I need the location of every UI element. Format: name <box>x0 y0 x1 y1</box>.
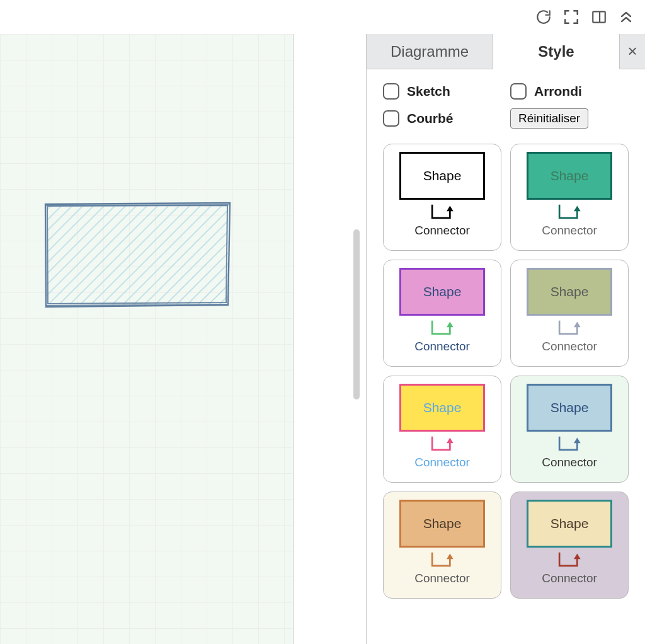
style-swatch-7[interactable]: ShapeConnector <box>510 492 629 599</box>
checkbox-arrondi-label: Arrondi <box>534 84 582 99</box>
toggle-panel-icon[interactable] <box>591 9 607 25</box>
swatch-connector: Connector <box>542 551 597 585</box>
checkbox-sketch-label: Sketch <box>407 84 450 99</box>
swatch-connector-label: Connector <box>414 224 470 238</box>
swatch-connector-label: Connector <box>542 340 597 354</box>
swatch-connector-label: Connector <box>542 456 597 469</box>
fullscreen-icon[interactable] <box>563 9 579 25</box>
swatch-shape: Shape <box>527 500 612 548</box>
swatch-connector: Connector <box>414 204 470 238</box>
format-panel: Diagramme Style × Sketch Arrondi Courbé <box>366 34 645 644</box>
swatch-connector: Connector <box>542 204 597 238</box>
swatch-connector-label: Connector <box>414 340 470 354</box>
refresh-icon[interactable] <box>535 9 552 25</box>
swatch-shape: Shape <box>527 268 612 316</box>
swatch-connector-label: Connector <box>542 572 597 585</box>
swatch-connector-label: Connector <box>414 456 470 469</box>
style-swatch-5[interactable]: ShapeConnector <box>510 376 629 483</box>
swatch-connector: Connector <box>414 551 470 585</box>
close-panel-button[interactable]: × <box>620 34 645 69</box>
swatch-shape: Shape <box>399 384 485 432</box>
swatch-shape: Shape <box>527 152 612 200</box>
style-swatch-3[interactable]: ShapeConnector <box>510 260 629 367</box>
canvas-grid <box>0 34 293 644</box>
swatch-shape: Shape <box>527 384 612 432</box>
style-swatch-0[interactable]: ShapeConnector <box>383 144 501 251</box>
checkbox-icon <box>510 83 527 100</box>
tab-diagramme[interactable]: Diagramme <box>367 34 493 69</box>
swatch-connector-label: Connector <box>542 224 597 238</box>
panel-resize-handle[interactable] <box>294 34 366 644</box>
swatch-connector: Connector <box>542 435 597 469</box>
style-swatch-2[interactable]: ShapeConnector <box>383 260 501 367</box>
swatch-connector-label: Connector <box>414 572 470 585</box>
top-toolbar <box>0 0 645 34</box>
swatch-connector: Connector <box>414 319 470 354</box>
checkbox-courbe[interactable]: Courbé <box>383 108 501 129</box>
swatch-connector: Connector <box>414 435 470 469</box>
reset-button[interactable]: Réinitialiser <box>510 108 588 129</box>
collapse-icon[interactable] <box>619 9 634 25</box>
tab-style[interactable]: Style <box>493 34 620 69</box>
style-swatch-1[interactable]: ShapeConnector <box>510 144 629 251</box>
checkbox-arrondi[interactable]: Arrondi <box>510 83 629 100</box>
drawing-canvas[interactable] <box>0 34 294 644</box>
checkbox-courbe-label: Courbé <box>407 111 454 126</box>
panel-tabs: Diagramme Style × <box>367 34 645 69</box>
checkbox-sketch[interactable]: Sketch <box>383 83 501 100</box>
swatch-shape: Shape <box>399 268 485 316</box>
swatch-connector: Connector <box>542 319 597 354</box>
swatch-shape: Shape <box>399 152 485 200</box>
style-swatch-4[interactable]: ShapeConnector <box>383 376 501 483</box>
checkbox-icon <box>383 110 399 127</box>
style-swatches: ShapeConnectorShapeConnectorShapeConnect… <box>367 144 645 599</box>
swatch-shape: Shape <box>399 500 485 548</box>
checkbox-icon <box>383 83 399 100</box>
style-swatch-6[interactable]: ShapeConnector <box>383 492 501 599</box>
